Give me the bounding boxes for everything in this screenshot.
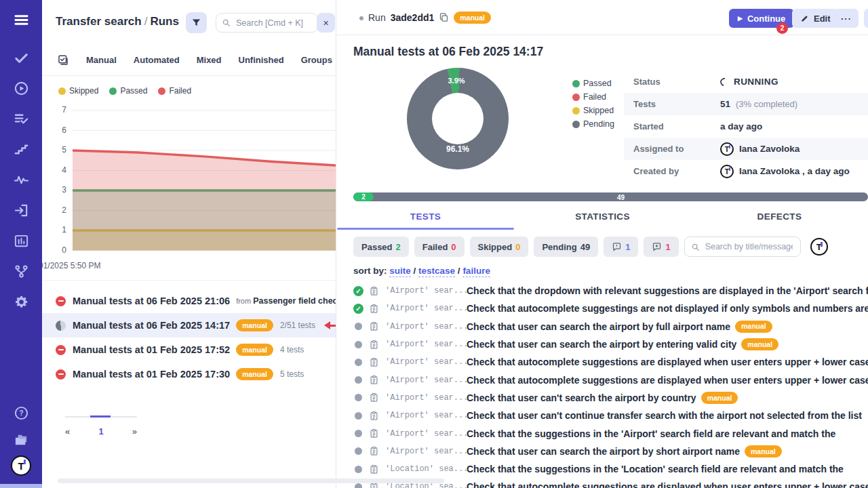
close-search-button[interactable]: × bbox=[317, 13, 335, 33]
test-row[interactable]: 'Airport' sear... Check that autocomplet… bbox=[337, 371, 868, 388]
help-icon[interactable]: ? bbox=[12, 404, 30, 422]
test-row[interactable]: 'Airport' sear... Check that autocomplet… bbox=[337, 300, 868, 317]
manual-badge: manual bbox=[236, 319, 273, 331]
test-suite-name: 'Location' sea... bbox=[385, 464, 467, 474]
legend-dot bbox=[572, 107, 580, 115]
user-avatar: T bbox=[720, 142, 734, 156]
more-actions-button[interactable]: ··· bbox=[834, 9, 859, 28]
test-title: Check that the dropdown with relevant su… bbox=[467, 285, 868, 296]
test-status-icon bbox=[353, 340, 363, 350]
runs-tab[interactable]: Automated bbox=[134, 55, 180, 65]
test-title: Check that autocomplete suggestings are … bbox=[467, 303, 868, 314]
status-filter-chip[interactable]: Failed0 bbox=[414, 237, 465, 257]
profile-avatar[interactable]: T bbox=[11, 455, 31, 476]
run-list-item[interactable]: Manual tests at 01 Feb 2025 17:30 manual… bbox=[42, 362, 336, 386]
run-status-icon bbox=[56, 369, 66, 380]
runs-tab[interactable]: Mixed bbox=[197, 55, 222, 65]
run-summary-table: Status RUNNING Tests bbox=[624, 70, 868, 182]
play-circle-icon[interactable] bbox=[12, 79, 30, 97]
test-title: Check that user can search the airport b… bbox=[467, 338, 778, 350]
test-row[interactable]: 'Airport' sear... Check that the suggest… bbox=[337, 424, 868, 442]
summary-label: Started bbox=[633, 121, 720, 131]
test-suite-name: 'Airport' sear... bbox=[385, 340, 467, 349]
runs-search-input[interactable] bbox=[235, 18, 312, 28]
run-list-item[interactable]: Manual tests at 06 Feb 2025 21:06 from P… bbox=[42, 289, 336, 313]
sort-option[interactable]: testcase bbox=[418, 266, 462, 277]
legend-item: Failed bbox=[158, 86, 191, 96]
steps-icon[interactable] bbox=[12, 140, 30, 158]
status-filter-chip[interactable]: Skipped0 bbox=[470, 237, 529, 257]
horizontal-scrollbar[interactable] bbox=[58, 479, 444, 483]
bar-chart-icon[interactable] bbox=[12, 232, 30, 249]
test-row[interactable]: 'Location' sea... Check that the suggest… bbox=[337, 460, 868, 478]
folders-icon[interactable] bbox=[12, 431, 30, 449]
tests-search-input[interactable] bbox=[704, 241, 794, 252]
branch-icon[interactable] bbox=[12, 262, 30, 280]
test-suite-name: 'Airport' sear... bbox=[385, 447, 467, 456]
sort-option[interactable]: failure bbox=[462, 266, 490, 277]
select-all-icon[interactable] bbox=[57, 54, 69, 66]
test-row[interactable]: 'Airport' sear... Check that user can't … bbox=[337, 389, 868, 407]
run-meta: 2/51 tests bbox=[280, 321, 315, 330]
run-meta: 4 tests bbox=[280, 345, 304, 354]
pulse-icon[interactable] bbox=[12, 171, 30, 188]
sidebar: ? T bbox=[0, 0, 42, 484]
filter-button[interactable] bbox=[186, 12, 207, 33]
play-icon: ▶ bbox=[738, 15, 743, 22]
app-window: ? T Transfer search/Runs × M bbox=[0, 0, 868, 488]
gear-icon[interactable] bbox=[12, 293, 30, 310]
test-status-icon bbox=[353, 375, 363, 385]
run-detail-header: Run 3ade2dd1 manual ▶ Continue 2 Edit ··… bbox=[337, 0, 868, 35]
test-row[interactable]: 'Airport' sear... Check that user can se… bbox=[337, 443, 868, 460]
test-status-icon bbox=[353, 357, 363, 367]
summary-row: Assigned to T Iana Zavoloka bbox=[624, 138, 868, 160]
runs-search[interactable] bbox=[216, 13, 318, 33]
summary-label: Created by bbox=[633, 166, 720, 176]
manual-badge: manual bbox=[236, 368, 273, 380]
test-row[interactable]: 'Airport' sear... Check that user can se… bbox=[337, 336, 868, 353]
menu-icon[interactable] bbox=[12, 11, 30, 28]
pagination-page[interactable]: 1 bbox=[98, 426, 103, 436]
add-comment-filter-chip[interactable]: 1 bbox=[644, 237, 678, 257]
test-suite-name: 'Airport' sear... bbox=[385, 322, 467, 331]
test-row[interactable]: 'Airport' sear... Check that user can se… bbox=[337, 318, 868, 336]
runs-tab[interactable]: Manual bbox=[86, 55, 117, 65]
detail-tab[interactable]: TESTS bbox=[337, 211, 514, 230]
legend-dot bbox=[572, 80, 580, 87]
test-status-icon bbox=[353, 446, 363, 456]
test-row[interactable]: 'Airport' sear... Check that autocomplet… bbox=[337, 353, 868, 371]
pagination-next[interactable]: » bbox=[132, 426, 137, 436]
test-title: Check that user can't continue transfer … bbox=[467, 410, 862, 421]
runs-tab[interactable]: Groups bbox=[301, 55, 332, 65]
test-row[interactable]: 'Airport' sear... Check that user can't … bbox=[337, 407, 868, 424]
sort-option[interactable]: suite bbox=[389, 266, 418, 277]
detail-tab[interactable]: DEFECTS bbox=[691, 211, 868, 230]
tests-search[interactable] bbox=[684, 237, 801, 257]
summary-value: RUNNING bbox=[734, 77, 778, 87]
runs-panel: Transfer search/Runs × ManualAutomatedMi… bbox=[42, 0, 336, 488]
run-list-item[interactable]: Manual tests at 01 Feb 2025 17:52 manual… bbox=[42, 338, 336, 362]
test-title: Check that the suggestions in the 'Airpo… bbox=[467, 428, 835, 439]
summary-label: Tests bbox=[633, 99, 720, 109]
list-check-icon[interactable] bbox=[12, 110, 30, 127]
test-row[interactable]: 'Airport' sear... Check that the dropdow… bbox=[337, 282, 868, 300]
status-filter-chip[interactable]: Passed2 bbox=[353, 237, 409, 257]
copy-icon[interactable] bbox=[439, 12, 449, 22]
clipboard-icon bbox=[369, 304, 379, 314]
clipboard-icon bbox=[369, 464, 379, 474]
runs-tab[interactable]: Unfinished bbox=[239, 55, 284, 65]
assignee-avatar[interactable]: T bbox=[810, 238, 828, 256]
comment-alert-icon bbox=[612, 242, 622, 252]
manual-badge: manual bbox=[735, 321, 772, 333]
test-suite-name: 'Airport' sear... bbox=[385, 357, 467, 367]
comments-filter-chip[interactable]: 1 bbox=[604, 237, 638, 257]
results-donut-chart: 3.9% 96.1% bbox=[407, 68, 509, 169]
check-icon[interactable] bbox=[12, 49, 30, 66]
sign-in-icon[interactable] bbox=[12, 201, 30, 219]
pagination-prev[interactable]: « bbox=[65, 426, 70, 436]
detail-tabs: TESTSSTATISTICSDEFECTS bbox=[337, 211, 868, 230]
detail-tab[interactable]: STATISTICS bbox=[514, 211, 691, 230]
run-list-item[interactable]: Manual tests at 06 Feb 2025 14:17 manual… bbox=[42, 313, 336, 338]
status-filter-chip[interactable]: Pending49 bbox=[534, 237, 598, 257]
edit-button[interactable]: Edit bbox=[792, 9, 839, 28]
